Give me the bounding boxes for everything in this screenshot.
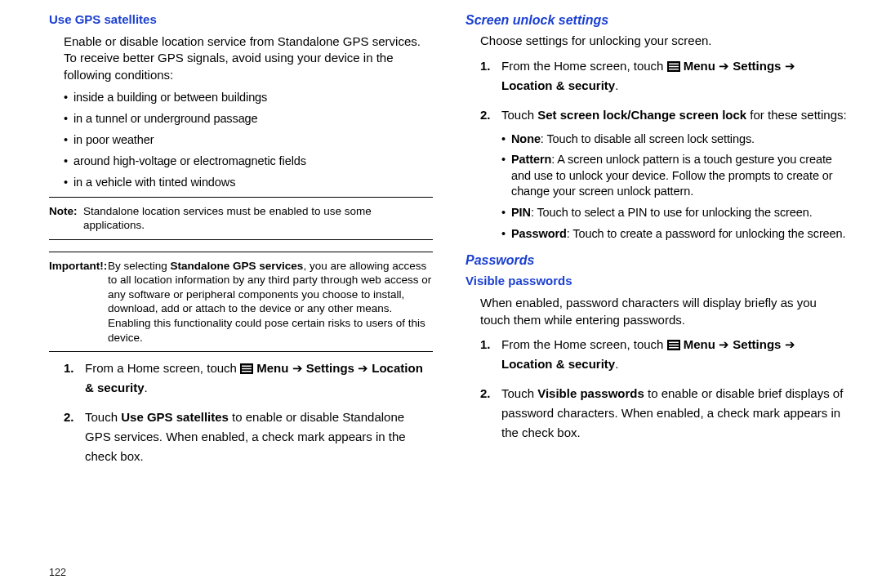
- arrow-icon: ➔: [719, 335, 729, 354]
- important-post: , you are allowing access to all locatio…: [108, 260, 431, 344]
- important-bold: Standalone GPS services: [171, 260, 304, 272]
- loc-sec-label: Location & security: [501, 357, 615, 371]
- divider: [49, 197, 433, 198]
- opt-pw-b: Password: [511, 227, 567, 240]
- step2-bold: Visible passwords: [537, 386, 644, 400]
- manual-page: Use GPS satellites Enable or disable loc…: [0, 0, 882, 588]
- unlock-steps: From the Home screen, touch Menu ➔ Setti…: [480, 56, 849, 242]
- opt-pin-b: PIN: [511, 206, 531, 219]
- menu-icon: [667, 336, 680, 347]
- list-item: None: Touch to disable all screen lock s…: [501, 131, 849, 148]
- heading-visible: Visible passwords: [466, 273, 849, 290]
- step2-post: for these settings:: [746, 108, 847, 122]
- menu-icon: [240, 360, 253, 371]
- note-text: Standalone location services must be ena…: [83, 204, 433, 233]
- menu-label: Menu: [256, 361, 288, 375]
- step-1: From the Home screen, touch Menu ➔ Setti…: [480, 56, 849, 96]
- loc-sec-label: Location & security: [501, 78, 615, 92]
- menu-icon: [667, 58, 680, 69]
- opt-pw-t: : Touch to create a password for unlocki…: [567, 227, 846, 240]
- opt-pin-t: : Touch to select a PIN to use for unloc…: [531, 206, 813, 219]
- arrow-icon: ➔: [719, 56, 729, 76]
- heading-passwords: Passwords: [466, 252, 849, 270]
- opt-pattern-t: : A screen unlock pattern is a touch ges…: [511, 153, 833, 198]
- important-pre: By selecting: [108, 260, 171, 272]
- step-2: Touch Use GPS satellites to enable or di…: [64, 408, 433, 466]
- list-item: around high-voltage or electromagnetic f…: [64, 153, 433, 169]
- step1-pre: From a Home screen, touch: [85, 361, 240, 375]
- step2-bold: Set screen lock/Change screen lock: [537, 108, 746, 122]
- settings-label: Settings: [306, 361, 354, 375]
- arrow-icon: ➔: [292, 359, 303, 378]
- settings-label: Settings: [733, 337, 781, 351]
- step2-pre: Touch: [501, 386, 537, 400]
- right-column: Screen unlock settings Choose settings f…: [466, 11, 849, 580]
- opt-none-t: : Touch to disable all screen lock setti…: [541, 132, 755, 145]
- page-number: 122: [49, 566, 66, 580]
- step-2: Touch Set screen lock/Change screen lock…: [480, 105, 849, 242]
- arrow-icon: ➔: [358, 359, 368, 378]
- step2-pre: Touch: [85, 410, 121, 424]
- note-box: Note: Standalone location services must …: [49, 204, 433, 233]
- list-item: in a vehicle with tinted windows: [64, 174, 433, 190]
- step1-pre: From the Home screen, touch: [501, 337, 667, 351]
- list-item: in a tunnel or underground passage: [64, 110, 433, 127]
- menu-label: Menu: [684, 337, 715, 351]
- note-label: Note:: [49, 204, 83, 233]
- list-item: in poor weather: [64, 131, 433, 148]
- heading-gps: Use GPS satellites: [49, 11, 433, 29]
- lock-options: None: Touch to disable all screen lock s…: [501, 131, 849, 242]
- divider: [49, 351, 433, 352]
- settings-label: Settings: [733, 59, 781, 73]
- step-1: From the Home screen, touch Menu ➔ Setti…: [480, 335, 849, 374]
- visible-steps: From the Home screen, touch Menu ➔ Setti…: [480, 335, 849, 443]
- gps-conditions-list: inside a building or between buildings i…: [64, 89, 433, 190]
- divider: [49, 239, 433, 240]
- unlock-intro: Choose settings for unlocking your scree…: [480, 33, 849, 50]
- important-label: Important!:: [49, 259, 108, 345]
- visible-intro: When enabled, password characters will d…: [480, 295, 849, 328]
- opt-pattern-b: Pattern: [511, 153, 551, 166]
- menu-label: Menu: [684, 59, 715, 73]
- step-2: Touch Visible passwords to enable or dis…: [480, 384, 849, 443]
- opt-none-b: None: [511, 132, 541, 145]
- list-item: PIN: Touch to select a PIN to use for un…: [501, 205, 849, 221]
- step1-pre: From the Home screen, touch: [501, 59, 667, 73]
- step2-pre: Touch: [501, 108, 537, 122]
- divider: [49, 252, 433, 252]
- left-column: Use GPS satellites Enable or disable loc…: [49, 11, 433, 580]
- gps-intro: Enable or disable location service from …: [64, 33, 433, 84]
- heading-unlock: Screen unlock settings: [466, 11, 849, 29]
- list-item: Password: Touch to create a password for…: [501, 226, 849, 243]
- list-item: inside a building or between buildings: [64, 89, 433, 105]
- gps-steps: From a Home screen, touch Menu ➔ Setting…: [64, 359, 433, 466]
- important-text: By selecting Standalone GPS services, yo…: [108, 259, 433, 345]
- step2-bold: Use GPS satellites: [121, 410, 229, 424]
- arrow-icon: ➔: [785, 56, 795, 76]
- list-item: Pattern: A screen unlock pattern is a to…: [501, 152, 849, 200]
- important-box: Important!: By selecting Standalone GPS …: [49, 259, 433, 345]
- step-1: From a Home screen, touch Menu ➔ Setting…: [64, 359, 433, 398]
- arrow-icon: ➔: [785, 335, 795, 354]
